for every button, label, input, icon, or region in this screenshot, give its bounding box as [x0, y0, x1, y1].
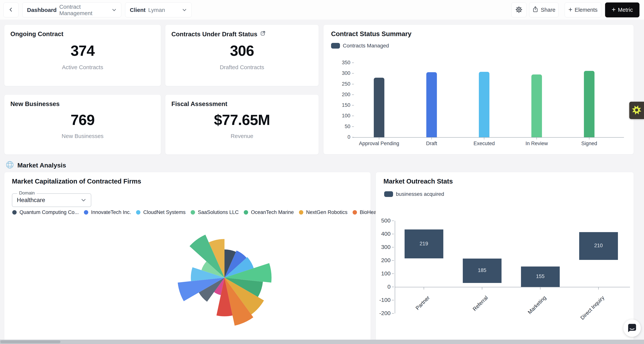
plus-icon: +: [612, 6, 616, 13]
y-axis-tick-label: -100: [376, 297, 390, 303]
kpi-title: Fiscal Assessment: [172, 100, 227, 108]
y-axis-tick: [392, 234, 394, 234]
add-metric-button[interactable]: + Metric: [605, 2, 640, 18]
legend-item-label: OceanTech Marine: [251, 210, 294, 215]
plus-icon: +: [568, 6, 572, 13]
y-axis-line: [395, 221, 395, 314]
asterisk-icon: [631, 104, 642, 116]
kpi-value: $77.65M: [165, 111, 318, 128]
y-axis-tick: [392, 247, 394, 248]
y-axis-tick-label: 200: [337, 92, 350, 98]
kpi-subtitle: Active Contracts: [4, 64, 161, 70]
x-axis-tick: [598, 287, 599, 290]
y-axis-tick: [352, 62, 354, 63]
dashboard-screen: Dashboard Contract Management Client Lym…: [0, 0, 644, 344]
x-axis-line: [353, 137, 624, 138]
x-axis-category-label: Executed: [458, 140, 510, 146]
legend-dot: [136, 210, 140, 214]
legend-item-company[interactable]: OceanTech Marine: [244, 210, 294, 215]
bar-executed: [479, 72, 490, 137]
y-axis-tick: [392, 274, 394, 274]
bar-signed: [584, 71, 594, 137]
x-axis-category-label: In Review: [510, 140, 563, 146]
y-axis-tick: [392, 287, 394, 287]
x-axis-tick: [379, 138, 379, 140]
y-axis-tick: [392, 220, 394, 221]
x-axis-tick: [484, 138, 484, 140]
y-axis-tick: [352, 126, 354, 127]
legend-item-company[interactable]: NextGen Robotics: [299, 210, 348, 215]
globe-icon: [6, 161, 14, 170]
y-axis-tick: [392, 313, 394, 314]
x-axis-tick: [424, 287, 424, 290]
legend-item-label: SaaSolutions LLC: [198, 210, 239, 215]
domain-select-label: Domain: [17, 190, 37, 196]
assistant-fab-button[interactable]: [629, 102, 644, 119]
legend-item-company[interactable]: CloudNet Systems: [136, 210, 186, 215]
waterfall-bar-partner: 219: [404, 230, 443, 258]
company-legend: Quantum Computing Co...InnovateTech Inc.…: [12, 209, 368, 215]
zero-line: [395, 287, 630, 287]
x-axis-tick: [589, 138, 590, 140]
y-axis-tick: [352, 94, 354, 95]
back-button[interactable]: [4, 2, 18, 18]
elements-button[interactable]: + Elements: [565, 2, 601, 18]
kpi-title: New Businesses: [10, 100, 60, 108]
kpi-value: 769: [4, 111, 161, 128]
bar-draft: [426, 72, 437, 137]
chevron-down-icon: [182, 8, 187, 12]
share-button[interactable]: Share: [529, 2, 558, 18]
legend-item-company[interactable]: Quantum Computing Co...: [12, 210, 79, 215]
section-title: Market Analysis: [18, 162, 66, 169]
x-axis-category-label: Signed: [563, 140, 616, 146]
y-axis-tick-label: 350: [337, 60, 350, 66]
company-legend-items: Quantum Computing Co...InnovateTech Inc.…: [12, 210, 390, 215]
y-axis-tick-label: 50: [337, 124, 350, 130]
waterfall-bar-marketing: 155: [521, 266, 560, 287]
legend-item-company[interactable]: InnovateTech Inc.: [84, 210, 131, 215]
waterfall-bar-referral: 185: [463, 258, 502, 283]
kpi-title-text: Contracts Under Draft Status: [172, 30, 257, 38]
settings-button[interactable]: [511, 2, 526, 18]
chevron-down-icon: [81, 197, 86, 203]
market-cap-rose-chart: [166, 219, 283, 336]
bar-value-label: 219: [404, 241, 443, 247]
client-select[interactable]: Client Lyman: [125, 2, 192, 18]
bar-value-label: 185: [463, 268, 502, 273]
kpi-card-contracts-under-draft: Contracts Under Draft Status 306 Drafted…: [165, 24, 319, 86]
legend-dot: [244, 210, 248, 214]
kpi-value: 306: [165, 42, 318, 59]
y-axis-tick-label: 400: [376, 230, 390, 237]
chat-launcher-button[interactable]: [624, 320, 641, 337]
x-axis-category-label: Referral: [453, 295, 489, 331]
kpi-title: Ongoing Contract: [10, 30, 63, 38]
y-axis-tick: [352, 105, 354, 106]
bar-approval-pending: [374, 78, 384, 137]
x-axis-tick: [482, 287, 482, 290]
y-axis-tick: [352, 116, 354, 116]
y-axis-tick-label: 300: [337, 70, 350, 76]
dashboard-select-value: Contract Management: [59, 4, 112, 16]
x-axis-tick: [536, 138, 537, 140]
legend-dot: [352, 210, 357, 214]
dashboard-select[interactable]: Dashboard Contract Management: [22, 2, 121, 18]
legend-item-label: NextGen Robotics: [306, 210, 348, 215]
gear-icon: [515, 6, 522, 14]
topbar: Dashboard Contract Management Client Lym…: [0, 0, 644, 20]
horizontal-scrollbar-thumb[interactable]: [0, 340, 60, 343]
market-capitalization-card: Market Capitalization of Contracted Firm…: [4, 172, 371, 344]
domain-select-value: Healthcare: [17, 197, 45, 204]
legend-dot: [84, 210, 88, 214]
bar-value-label: 210: [579, 243, 618, 248]
kpi-subtitle: New Businesses: [4, 133, 161, 139]
x-axis-tick: [432, 138, 432, 140]
legend-item-company[interactable]: SaaSolutions LLC: [191, 210, 239, 215]
kpi-subtitle: Revenue: [165, 133, 318, 139]
market-outreach-waterfall-chart: 5004003002001000-100-200219Partner185Ref…: [376, 172, 634, 344]
y-axis-tick-label: 150: [337, 102, 350, 108]
external-link-icon[interactable]: [260, 30, 266, 38]
waterfall-bar-direct-inquiry: 210: [579, 232, 618, 260]
legend-item-label: Quantum Computing Co...: [20, 210, 79, 215]
chevron-down-icon: [112, 8, 116, 12]
x-axis-category-label: Direct Inquiry: [569, 295, 606, 331]
